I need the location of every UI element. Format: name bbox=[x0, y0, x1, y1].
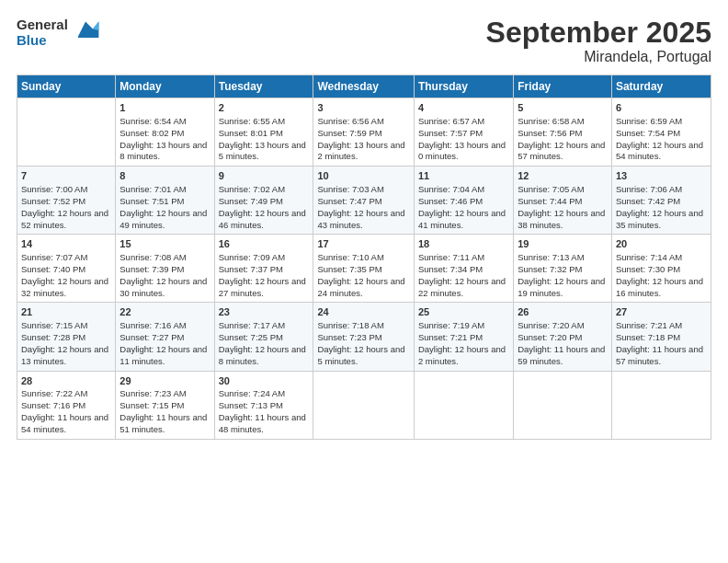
daylight-text: Daylight: 13 hours and 2 minutes. bbox=[317, 140, 404, 162]
sunrise-text: Sunrise: 7:07 AM bbox=[21, 252, 87, 262]
table-row: 30 Sunrise: 7:24 AM Sunset: 7:13 PM Dayl… bbox=[214, 371, 313, 439]
daylight-text: Daylight: 12 hours and 30 minutes. bbox=[119, 276, 207, 298]
table-row: 29 Sunrise: 7:23 AM Sunset: 7:15 PM Dayl… bbox=[116, 371, 214, 439]
day-number: 7 bbox=[21, 169, 111, 183]
logo: General Blue bbox=[17, 17, 100, 49]
day-number: 19 bbox=[518, 237, 608, 251]
sunset-text: Sunset: 7:32 PM bbox=[518, 264, 582, 274]
daylight-text: Daylight: 12 hours and 5 minutes. bbox=[317, 344, 404, 366]
sunrise-text: Sunrise: 7:21 AM bbox=[616, 320, 682, 330]
calendar-table: Sunday Monday Tuesday Wednesday Thursday… bbox=[17, 75, 711, 439]
day-number: 22 bbox=[119, 305, 210, 319]
svg-marker-1 bbox=[93, 22, 98, 31]
sunrise-text: Sunrise: 7:10 AM bbox=[317, 252, 383, 262]
day-number: 11 bbox=[418, 169, 509, 183]
sunrise-text: Sunrise: 7:18 AM bbox=[317, 320, 383, 330]
daylight-text: Daylight: 11 hours and 54 minutes. bbox=[21, 412, 108, 434]
sunrise-text: Sunrise: 7:16 AM bbox=[119, 320, 186, 330]
daylight-text: Daylight: 12 hours and 46 minutes. bbox=[219, 208, 306, 230]
daylight-text: Daylight: 12 hours and 57 minutes. bbox=[518, 140, 605, 162]
sunrise-text: Sunrise: 7:11 AM bbox=[418, 252, 484, 262]
day-number: 8 bbox=[119, 169, 210, 183]
table-row: 5 Sunrise: 6:58 AM Sunset: 7:56 PM Dayli… bbox=[514, 98, 612, 167]
sunrise-text: Sunrise: 6:59 AM bbox=[616, 116, 682, 126]
day-number: 10 bbox=[317, 169, 409, 183]
daylight-text: Daylight: 12 hours and 52 minutes. bbox=[21, 208, 108, 230]
table-row: 17 Sunrise: 7:10 AM Sunset: 7:35 PM Dayl… bbox=[313, 235, 414, 303]
daylight-text: Daylight: 11 hours and 57 minutes. bbox=[616, 344, 703, 366]
table-row: 4 Sunrise: 6:57 AM Sunset: 7:57 PM Dayli… bbox=[414, 98, 513, 167]
sunset-text: Sunset: 8:02 PM bbox=[119, 128, 184, 138]
day-number: 1 bbox=[119, 101, 210, 115]
day-number: 14 bbox=[21, 237, 111, 251]
table-row: 11 Sunrise: 7:04 AM Sunset: 7:46 PM Dayl… bbox=[414, 167, 513, 235]
sunset-text: Sunset: 7:51 PM bbox=[119, 196, 184, 206]
page: General Blue September 2025 Mirandela, P… bbox=[0, 0, 728, 563]
col-friday: Friday bbox=[514, 75, 612, 98]
table-row: 21 Sunrise: 7:15 AM Sunset: 7:28 PM Dayl… bbox=[17, 303, 116, 371]
sunset-text: Sunset: 7:59 PM bbox=[317, 128, 381, 138]
logo-line2: Blue bbox=[17, 32, 68, 48]
sunrise-text: Sunrise: 7:01 AM bbox=[119, 184, 186, 194]
table-row bbox=[514, 371, 612, 439]
daylight-text: Daylight: 11 hours and 59 minutes. bbox=[518, 344, 605, 366]
col-sunday: Sunday bbox=[17, 75, 116, 98]
table-row: 15 Sunrise: 7:08 AM Sunset: 7:39 PM Dayl… bbox=[116, 235, 214, 303]
calendar-week-row: 14 Sunrise: 7:07 AM Sunset: 7:40 PM Dayl… bbox=[17, 235, 711, 303]
daylight-text: Daylight: 12 hours and 11 minutes. bbox=[119, 344, 207, 366]
table-row: 9 Sunrise: 7:02 AM Sunset: 7:49 PM Dayli… bbox=[214, 167, 313, 235]
sunrise-text: Sunrise: 6:58 AM bbox=[518, 116, 584, 126]
table-row: 22 Sunrise: 7:16 AM Sunset: 7:27 PM Dayl… bbox=[116, 303, 214, 371]
calendar-week-row: 1 Sunrise: 6:54 AM Sunset: 8:02 PM Dayli… bbox=[17, 98, 711, 167]
col-wednesday: Wednesday bbox=[313, 75, 414, 98]
table-row: 10 Sunrise: 7:03 AM Sunset: 7:47 PM Dayl… bbox=[313, 167, 414, 235]
daylight-text: Daylight: 13 hours and 8 minutes. bbox=[119, 140, 207, 162]
table-row: 24 Sunrise: 7:18 AM Sunset: 7:23 PM Dayl… bbox=[313, 303, 414, 371]
sunrise-text: Sunrise: 6:57 AM bbox=[418, 116, 484, 126]
day-number: 27 bbox=[616, 305, 707, 319]
sunset-text: Sunset: 7:39 PM bbox=[119, 264, 184, 274]
day-number: 13 bbox=[616, 169, 707, 183]
daylight-text: Daylight: 11 hours and 51 minutes. bbox=[119, 412, 207, 434]
sunset-text: Sunset: 8:01 PM bbox=[219, 128, 283, 138]
sunset-text: Sunset: 7:34 PM bbox=[418, 264, 483, 274]
day-number: 23 bbox=[219, 305, 310, 319]
table-row: 2 Sunrise: 6:55 AM Sunset: 8:01 PM Dayli… bbox=[214, 98, 313, 167]
table-row: 28 Sunrise: 7:22 AM Sunset: 7:16 PM Dayl… bbox=[17, 371, 116, 439]
sunrise-text: Sunrise: 7:15 AM bbox=[21, 320, 87, 330]
day-number: 9 bbox=[219, 169, 310, 183]
daylight-text: Daylight: 12 hours and 49 minutes. bbox=[119, 208, 207, 230]
sunset-text: Sunset: 7:28 PM bbox=[21, 332, 85, 342]
sunset-text: Sunset: 7:13 PM bbox=[219, 400, 283, 410]
table-row: 18 Sunrise: 7:11 AM Sunset: 7:34 PM Dayl… bbox=[414, 235, 513, 303]
day-number: 2 bbox=[219, 101, 310, 115]
page-subtitle: Mirandela, Portugal bbox=[486, 49, 711, 65]
table-row: 6 Sunrise: 6:59 AM Sunset: 7:54 PM Dayli… bbox=[611, 98, 711, 167]
daylight-text: Daylight: 12 hours and 19 minutes. bbox=[518, 276, 605, 298]
day-number: 16 bbox=[219, 237, 310, 251]
sunset-text: Sunset: 7:42 PM bbox=[616, 196, 680, 206]
table-row: 25 Sunrise: 7:19 AM Sunset: 7:21 PM Dayl… bbox=[414, 303, 513, 371]
col-saturday: Saturday bbox=[611, 75, 711, 98]
calendar-week-row: 21 Sunrise: 7:15 AM Sunset: 7:28 PM Dayl… bbox=[17, 303, 711, 371]
day-number: 20 bbox=[616, 237, 707, 251]
sunrise-text: Sunrise: 7:24 AM bbox=[219, 388, 285, 398]
calendar-week-row: 7 Sunrise: 7:00 AM Sunset: 7:52 PM Dayli… bbox=[17, 167, 711, 235]
col-thursday: Thursday bbox=[414, 75, 513, 98]
daylight-text: Daylight: 13 hours and 0 minutes. bbox=[418, 140, 506, 162]
day-number: 30 bbox=[219, 374, 310, 388]
table-row: 14 Sunrise: 7:07 AM Sunset: 7:40 PM Dayl… bbox=[17, 235, 116, 303]
daylight-text: Daylight: 11 hours and 48 minutes. bbox=[219, 412, 306, 434]
sunrise-text: Sunrise: 7:20 AM bbox=[518, 320, 584, 330]
sunrise-text: Sunrise: 7:23 AM bbox=[119, 388, 186, 398]
sunset-text: Sunset: 7:49 PM bbox=[219, 196, 283, 206]
sunset-text: Sunset: 7:30 PM bbox=[616, 264, 680, 274]
logo-line1: General bbox=[17, 17, 68, 32]
daylight-text: Daylight: 12 hours and 32 minutes. bbox=[21, 276, 108, 298]
sunrise-text: Sunrise: 7:02 AM bbox=[219, 184, 285, 194]
sunset-text: Sunset: 7:25 PM bbox=[219, 332, 283, 342]
daylight-text: Daylight: 12 hours and 24 minutes. bbox=[317, 276, 404, 298]
table-row: 27 Sunrise: 7:21 AM Sunset: 7:18 PM Dayl… bbox=[611, 303, 711, 371]
sunrise-text: Sunrise: 6:56 AM bbox=[317, 116, 383, 126]
day-number: 12 bbox=[518, 169, 608, 183]
